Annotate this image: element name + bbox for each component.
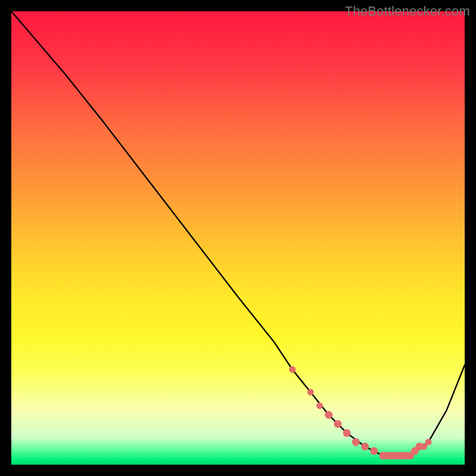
marker-point [334,420,342,428]
marker-point [425,439,432,445]
bottleneck-chart [11,11,465,465]
marker-point [370,447,378,455]
marker-point [289,367,296,373]
marker-point [325,411,333,419]
marker-point [361,443,369,450]
watermark-text: TheBottlenecker.com [345,4,470,19]
chart-background [11,11,465,465]
marker-point [352,438,360,446]
chart-stage: TheBottlenecker.com [0,0,476,476]
marker-point [307,389,314,396]
marker-point [343,429,350,437]
marker-point [317,402,323,409]
